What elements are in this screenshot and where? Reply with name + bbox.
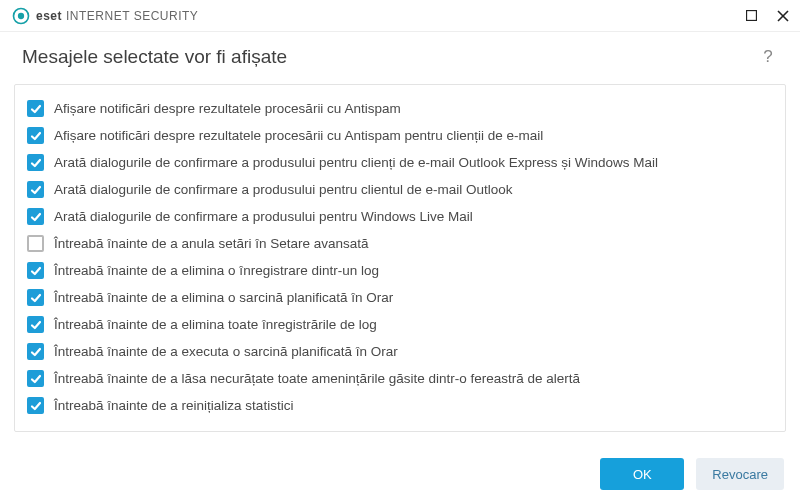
checkbox[interactable]: [27, 154, 44, 171]
checkbox[interactable]: [27, 316, 44, 333]
list-item: Arată dialogurile de confirmare a produs…: [25, 176, 775, 203]
checkbox[interactable]: [27, 100, 44, 117]
checkbox[interactable]: [27, 181, 44, 198]
list-item: Întreabă înainte de a elimina toate înre…: [25, 311, 775, 338]
list-item: Afișare notificări despre rezultatele pr…: [25, 95, 775, 122]
eset-logo-icon: [12, 7, 30, 25]
item-label: Întreabă înainte de a executa o sarcină …: [54, 344, 398, 359]
item-label: Întreabă înainte de a elimina o înregist…: [54, 263, 379, 278]
list-item: Afișare notificări despre rezultatele pr…: [25, 122, 775, 149]
checkbox[interactable]: [27, 208, 44, 225]
checkbox[interactable]: [27, 370, 44, 387]
maximize-icon[interactable]: [744, 9, 758, 23]
brand-light: INTERNET SECURITY: [66, 9, 198, 23]
item-label: Afișare notificări despre rezultatele pr…: [54, 101, 401, 116]
list-item: Întreabă înainte de a elimina o sarcină …: [25, 284, 775, 311]
window-controls: [744, 9, 790, 23]
svg-point-1: [18, 12, 24, 18]
header: Mesajele selectate vor fi afișate ?: [0, 32, 800, 78]
list-item: Întreabă înainte de a anula setări în Se…: [25, 230, 775, 257]
svg-rect-2: [746, 11, 756, 21]
list-item: Arată dialogurile de confirmare a produs…: [25, 149, 775, 176]
footer: OK Revocare: [0, 448, 800, 500]
help-button[interactable]: ?: [758, 47, 778, 67]
item-label: Întreabă înainte de a reinițializa stati…: [54, 398, 293, 413]
titlebar: esetINTERNET SECURITY: [0, 0, 800, 32]
item-label: Arată dialogurile de confirmare a produs…: [54, 155, 658, 170]
list-item: Arată dialogurile de confirmare a produs…: [25, 203, 775, 230]
item-label: Arată dialogurile de confirmare a produs…: [54, 209, 473, 224]
page-title: Mesajele selectate vor fi afișate: [22, 46, 287, 68]
list-item: Întreabă înainte de a reinițializa stati…: [25, 392, 775, 419]
checkbox[interactable]: [27, 127, 44, 144]
checkbox[interactable]: [27, 397, 44, 414]
checkbox[interactable]: [27, 262, 44, 279]
cancel-button[interactable]: Revocare: [696, 458, 784, 490]
item-label: Întreabă înainte de a elimina toate înre…: [54, 317, 377, 332]
item-label: Întreabă înainte de a lăsa necurățate to…: [54, 371, 580, 386]
options-list[interactable]: Afișare notificări despre rezultatele pr…: [15, 85, 785, 431]
list-item: Întreabă înainte de a elimina o înregist…: [25, 257, 775, 284]
close-icon[interactable]: [776, 9, 790, 23]
item-label: Întreabă înainte de a anula setări în Se…: [54, 236, 368, 251]
checkbox[interactable]: [27, 235, 44, 252]
app-logo: esetINTERNET SECURITY: [12, 7, 198, 25]
options-panel: Afișare notificări despre rezultatele pr…: [14, 84, 786, 432]
item-label: Arată dialogurile de confirmare a produs…: [54, 182, 513, 197]
item-label: Întreabă înainte de a elimina o sarcină …: [54, 290, 393, 305]
checkbox[interactable]: [27, 343, 44, 360]
list-item: Întreabă înainte de a executa o sarcină …: [25, 338, 775, 365]
item-label: Afișare notificări despre rezultatele pr…: [54, 128, 543, 143]
list-item: Întreabă înainte de a lăsa necurățate to…: [25, 365, 775, 392]
brand-bold: eset: [36, 9, 62, 23]
brand-text: esetINTERNET SECURITY: [36, 9, 198, 23]
ok-button[interactable]: OK: [600, 458, 684, 490]
checkbox[interactable]: [27, 289, 44, 306]
